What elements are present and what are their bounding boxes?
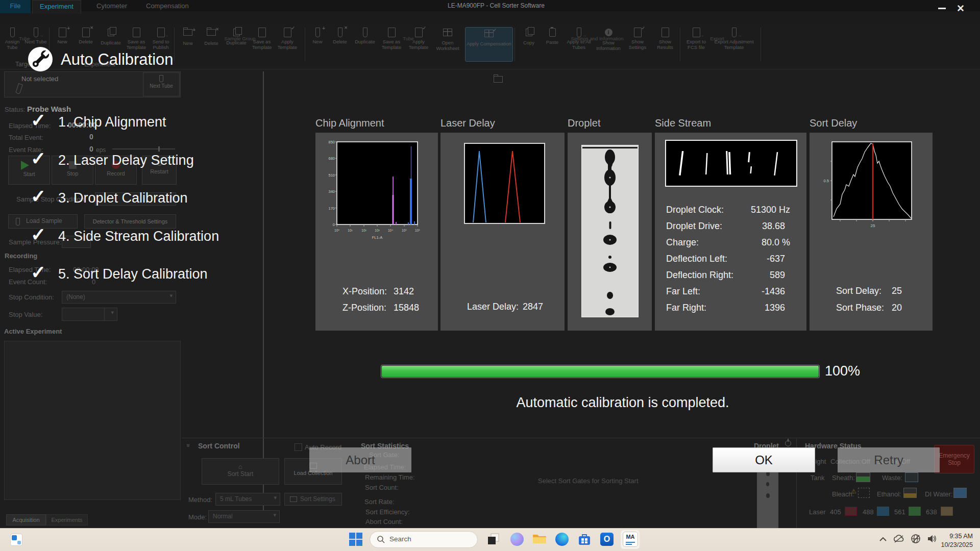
edge-icon[interactable] [554, 532, 570, 547]
chip-histogram-chart: 850 680 510 340 170 0 10⁰ 10¹ 10² 10³ 10… [318, 139, 431, 248]
ribbon-sg-apply-template[interactable]: Apply Template [275, 28, 300, 51]
network-globe-icon[interactable] [911, 534, 921, 544]
svg-text:10⁶: 10⁶ [415, 229, 420, 232]
sort-control-header: Sort Control [198, 442, 240, 450]
mode-label: Mode: [188, 513, 207, 521]
waste-tank-level [905, 472, 918, 482]
laser-delay-value: 2847 [523, 302, 543, 312]
volume-icon[interactable] [927, 534, 937, 543]
sort-phase-value: 20 [892, 303, 902, 313]
tab-file[interactable]: File [0, 0, 31, 13]
clock[interactable]: 9:35 AM 10/23/2025 [939, 532, 973, 549]
not-selected-label: Not selected [21, 75, 58, 83]
ok-button[interactable]: OK [713, 447, 815, 472]
detector-threshold-settings-button[interactable]: Detector & Threshold Settings [84, 214, 176, 229]
sheath-tank-level [856, 472, 870, 482]
active-experiment-header: Active Experiment [4, 328, 62, 335]
svg-text:10⁰: 10⁰ [334, 229, 339, 232]
event-rate-slider-thumb[interactable] [158, 146, 160, 152]
tab-acquisition[interactable]: Acquisition [6, 514, 46, 525]
far-right-value: 1396 [666, 303, 785, 313]
power-icon[interactable] [785, 440, 791, 446]
laser-delay-chart [464, 143, 546, 224]
retry-button[interactable]: Retry [838, 447, 940, 472]
stop-value-label: Stop Value: [9, 311, 42, 318]
minimize-button[interactable] [938, 8, 946, 9]
task-view-icon[interactable] [486, 532, 501, 547]
ribbon-copy[interactable]: Copy [518, 28, 540, 46]
svg-text:510: 510 [328, 173, 335, 178]
mode-dropdown[interactable]: Normal [208, 510, 280, 523]
ribbon-tube-delete[interactable]: Delete [329, 28, 351, 45]
tab-compensation[interactable]: Compensation [139, 0, 196, 13]
ribbon-exp-new[interactable]: New [51, 28, 74, 45]
sort-start-button[interactable]: ⌂ Sort Start [202, 458, 279, 485]
ribbon-apply-compensation[interactable]: Apply Compensation [465, 28, 512, 61]
svg-text:10³: 10³ [375, 229, 380, 232]
hw-sheath-label: Sheath: [832, 474, 855, 482]
stop-condition-dropdown[interactable]: (None) [62, 291, 176, 304]
store-icon[interactable] [577, 532, 592, 547]
ribbon-exp-duplicate[interactable]: Duplicate [98, 28, 124, 46]
laser-488-label: 488 [863, 508, 874, 516]
tab-experiment[interactable]: Experiment [32, 0, 81, 14]
screen: MA ↶ ↷ |⌄ LE-MA900FP - Cell Sorter Softw… [0, 0, 980, 551]
abort-button[interactable]: Abort [309, 447, 411, 472]
svg-text:340: 340 [328, 189, 335, 194]
start-button-taskbar[interactable] [348, 532, 363, 547]
tab-experiments[interactable]: Experiments [46, 514, 88, 525]
ma-app-icon[interactable]: MA [623, 532, 638, 547]
svg-text:850: 850 [328, 140, 335, 144]
copilot-icon[interactable] [509, 532, 525, 547]
z-position-value: 15848 [394, 303, 419, 313]
step1-label: 1. Chip Alignment [58, 114, 166, 130]
hw-tank-label: Tank [811, 474, 824, 482]
hw-diwater-label: DI Water: [925, 490, 952, 498]
event-rate-value: 0 [89, 145, 93, 153]
file-explorer-icon[interactable] [532, 532, 547, 547]
method-dropdown[interactable]: 5 mL Tubes [215, 493, 280, 506]
progress-percent: 100% [825, 363, 860, 379]
status-label: Status: [5, 106, 25, 113]
auto-record-checkbox[interactable] [295, 443, 302, 451]
wrench-icon [28, 47, 53, 71]
pane-splitter[interactable] [263, 71, 264, 510]
folder-icon [494, 76, 503, 83]
hw-laser-label: Laser [809, 508, 826, 516]
step4-label: 4. Side Stream Calibration [58, 229, 219, 244]
ribbon-send-to-publish[interactable]: Send to Publish [149, 28, 173, 51]
abort-count-label: Abort Count: [365, 518, 403, 525]
onedrive-paused-icon[interactable] [893, 535, 904, 544]
active-experiment-panel [4, 341, 181, 500]
ribbon-group-settings-info: Settings and Information [556, 36, 638, 41]
total-event-label: Total Event: [9, 134, 43, 141]
ribbon-exp-save-template[interactable]: Save as Template [125, 28, 148, 51]
hw-ethanol-label: Ethanol: [877, 490, 901, 498]
event-rate-slider[interactable] [112, 148, 175, 149]
hw-waste-label: Waste: [882, 474, 902, 482]
stop-value-field[interactable] [62, 308, 105, 321]
ribbon-exp-delete[interactable]: Delete [75, 28, 97, 45]
x-position-value: 3142 [394, 286, 414, 297]
ribbon-sg-new[interactable]: New [177, 28, 199, 46]
tab-cytometer[interactable]: Cytometer [89, 0, 134, 13]
laser-638-label: 638 [926, 508, 937, 516]
outlook-icon[interactable]: O [599, 532, 615, 547]
tray-chevron-icon[interactable] [879, 536, 887, 542]
sort-delay-panel: 0.5 25 Sort Delay: 25 Sort Phase: 20 [810, 133, 933, 331]
emergency-stop-button[interactable]: Emergency Stop [934, 445, 974, 473]
widgets-icon[interactable] [10, 534, 22, 546]
droplet-panel [568, 133, 652, 331]
sort-settings-button[interactable]: Sort Settings [284, 493, 342, 506]
search-input[interactable]: Search [370, 531, 478, 548]
stop-value-dropdown[interactable] [104, 308, 117, 321]
ribbon-tube-duplicate[interactable]: Duplicate [352, 28, 378, 45]
method-label: Method: [188, 496, 212, 504]
ribbon-show-results[interactable]: Show Results [652, 28, 678, 51]
ribbon-tube-new[interactable]: New [307, 28, 328, 45]
next-tube-button[interactable]: Next Tube [143, 72, 180, 96]
collapse-chevrons-icon[interactable]: » [185, 444, 192, 447]
svg-text:680: 680 [328, 156, 335, 161]
laser-panel: Laser Delay: 2847 [440, 133, 565, 331]
ribbon-group-tube1: Tube [5, 36, 44, 41]
